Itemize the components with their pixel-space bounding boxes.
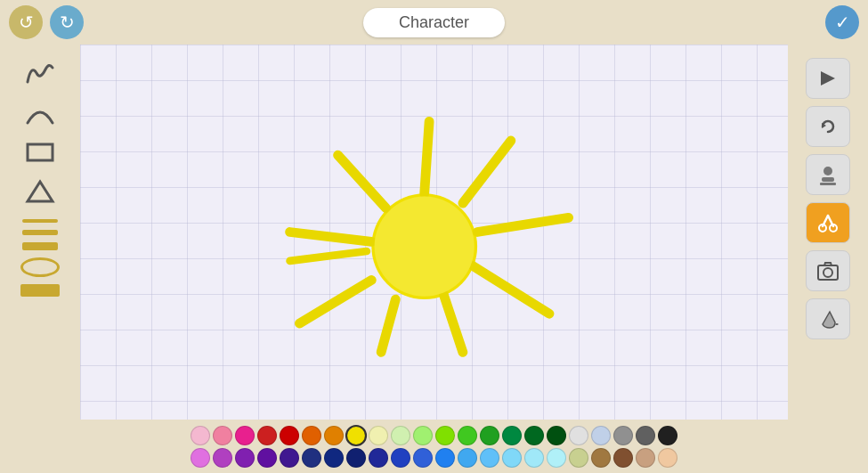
color-swatch[interactable] <box>413 448 433 468</box>
color-swatch[interactable] <box>302 426 321 445</box>
color-swatch[interactable] <box>324 426 344 445</box>
right-toolbar <box>788 45 868 339</box>
color-swatch[interactable] <box>613 448 633 468</box>
color-swatch[interactable] <box>257 426 277 445</box>
color-swatch[interactable] <box>413 426 433 445</box>
svg-rect-0 <box>28 144 53 160</box>
color-swatch[interactable] <box>369 448 388 468</box>
svg-line-6 <box>473 265 549 314</box>
color-swatch[interactable] <box>346 448 366 468</box>
svg-line-3 <box>425 121 429 193</box>
document-title: Character <box>363 8 505 37</box>
triangle-tool[interactable] <box>20 175 60 208</box>
color-row-2 <box>191 448 677 468</box>
fill-tool-button[interactable] <box>806 298 850 339</box>
color-swatch[interactable] <box>591 448 611 468</box>
drawing-layer[interactable] <box>80 45 788 420</box>
move-tool-button[interactable] <box>806 58 850 99</box>
svg-point-15 <box>823 167 832 175</box>
svg-line-11 <box>338 155 386 208</box>
color-row-1 <box>191 426 677 445</box>
stroke-thick[interactable] <box>22 242 58 250</box>
color-swatch[interactable] <box>302 448 321 468</box>
color-swatch[interactable] <box>524 448 544 468</box>
color-swatch[interactable] <box>480 448 499 468</box>
done-button[interactable]: ✓ <box>825 5 859 39</box>
color-swatch[interactable] <box>235 426 255 445</box>
color-swatch[interactable] <box>636 426 655 445</box>
svg-line-9 <box>299 280 371 323</box>
color-swatch[interactable] <box>613 426 633 445</box>
color-swatch[interactable] <box>257 448 277 468</box>
color-swatch[interactable] <box>658 426 677 445</box>
stroke-sizes <box>22 219 58 250</box>
stamp-tool-button[interactable] <box>806 154 850 195</box>
svg-line-4 <box>463 141 511 203</box>
redo-button[interactable]: ↻ <box>50 5 84 39</box>
color-swatch[interactable] <box>547 426 566 445</box>
color-swatch[interactable] <box>636 448 655 468</box>
color-swatch[interactable] <box>280 448 299 468</box>
color-swatch[interactable] <box>191 448 210 468</box>
color-swatch[interactable] <box>658 448 677 468</box>
color-swatch[interactable] <box>458 426 477 445</box>
color-swatch[interactable] <box>502 426 522 445</box>
color-swatch[interactable] <box>458 448 477 468</box>
rotate-tool-button[interactable] <box>806 106 850 147</box>
top-bar: ↺ ↻ Character ✓ <box>0 0 868 45</box>
svg-rect-17 <box>820 183 836 185</box>
color-palette <box>80 420 788 473</box>
oval-tool[interactable] <box>20 257 60 277</box>
fill-rect-tool[interactable] <box>20 284 60 297</box>
color-swatch[interactable] <box>213 448 232 468</box>
color-swatch[interactable] <box>591 426 611 445</box>
sun-drawing <box>80 45 788 420</box>
svg-point-12 <box>375 197 475 297</box>
svg-marker-13 <box>821 71 835 86</box>
svg-point-23 <box>823 268 832 277</box>
svg-line-7 <box>443 295 463 353</box>
svg-line-5 <box>477 217 569 232</box>
color-swatch[interactable] <box>345 424 367 445</box>
svg-line-8 <box>381 299 395 352</box>
rectangle-tool[interactable] <box>20 136 60 168</box>
svg-rect-16 <box>822 177 834 182</box>
color-swatch[interactable] <box>235 448 255 468</box>
color-swatch[interactable] <box>369 426 388 445</box>
color-swatch[interactable] <box>324 448 344 468</box>
color-swatch[interactable] <box>502 448 522 468</box>
stroke-medium[interactable] <box>22 230 58 235</box>
squiggle-tool[interactable] <box>20 58 60 90</box>
color-swatch[interactable] <box>435 448 455 468</box>
svg-marker-1 <box>28 182 53 201</box>
canvas-area[interactable] <box>80 45 788 420</box>
curve-tool[interactable] <box>20 97 60 129</box>
undo-button[interactable]: ↺ <box>9 5 43 39</box>
camera-tool-button[interactable] <box>806 250 850 291</box>
stroke-thin[interactable] <box>22 219 58 223</box>
cut-tool-button[interactable] <box>806 202 850 243</box>
color-swatch[interactable] <box>191 426 210 445</box>
color-swatch[interactable] <box>391 426 410 445</box>
color-swatch[interactable] <box>524 426 544 445</box>
left-toolbar <box>0 45 80 473</box>
color-swatch[interactable] <box>569 426 588 445</box>
color-swatch[interactable] <box>213 426 232 445</box>
color-swatch[interactable] <box>569 448 588 468</box>
color-swatch[interactable] <box>391 448 410 468</box>
drawing-canvas[interactable] <box>80 45 788 420</box>
svg-line-10 <box>290 232 372 242</box>
color-swatch[interactable] <box>547 448 566 468</box>
color-swatch[interactable] <box>435 426 455 445</box>
color-swatch[interactable] <box>280 426 299 445</box>
color-swatch[interactable] <box>480 426 499 445</box>
